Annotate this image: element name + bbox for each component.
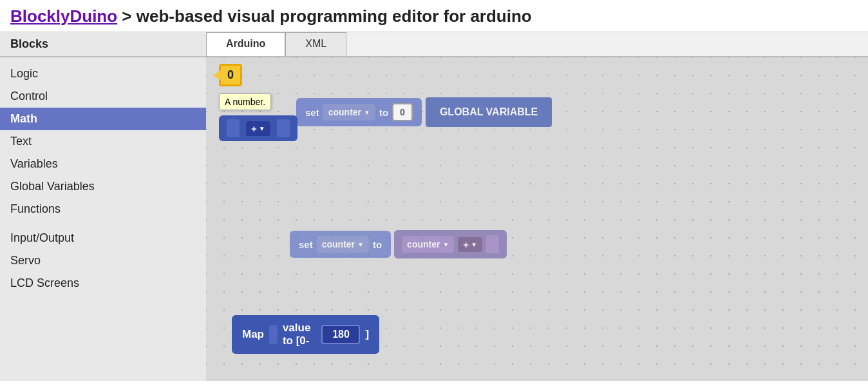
set-label-2: set <box>299 239 313 250</box>
counter-dropdown-1[interactable]: counter ▼ <box>323 104 375 121</box>
sidebar-section-label: Blocks <box>10 37 48 50</box>
math-dropdown-arrow: ▼ <box>259 125 265 132</box>
add-operator-arrow: ▼ <box>471 241 477 248</box>
sidebar-item-variables[interactable]: Variables <box>0 153 206 175</box>
sidebar-item-lcd-screens[interactable]: LCD Screens <box>0 272 206 295</box>
sidebar-item-servo[interactable]: Servo <box>0 249 206 272</box>
add-operator-btn[interactable]: + ▼ <box>458 237 482 252</box>
sidebar-item-text[interactable]: Text <box>0 130 206 153</box>
global-variable-label: GLOBAL VARIABLE <box>426 97 552 127</box>
canvas-area: 0 A number. set counter ▼ to 0 GLOBAL VA… <box>206 57 868 381</box>
counter-dropdown-2[interactable]: counter ▼ <box>317 236 369 253</box>
sidebar-item-global-variables[interactable]: Global Variables <box>0 175 206 198</box>
map-value-input[interactable] <box>321 325 360 344</box>
value-box-1[interactable]: 0 <box>392 103 413 121</box>
map-block[interactable]: Map value to [0- ] <box>232 315 379 354</box>
map-puzzle-connector <box>269 325 278 344</box>
counter-var-arrow: ▼ <box>442 241 449 248</box>
set-label-1: set <box>305 107 319 118</box>
tab-arduino[interactable]: Arduino <box>206 32 285 56</box>
map-label: Map <box>242 328 264 341</box>
math-left-connector <box>227 119 240 137</box>
map-close-bracket: ] <box>365 328 369 341</box>
math-op-block-wrapper: + ▼ <box>219 115 297 141</box>
number-tooltip: A number. <box>219 93 271 110</box>
to-label-2: to <box>373 239 382 250</box>
math-right-connector <box>277 119 290 137</box>
math-op-block[interactable]: + ▼ <box>219 115 297 141</box>
sidebar-item-functions[interactable]: Functions <box>0 198 206 220</box>
header-subtitle: > web-based visual programming editor fo… <box>117 6 532 26</box>
map-value-label: value to [0- <box>283 322 317 347</box>
number-block-wrapper: 0 A number. <box>219 64 242 86</box>
to-label-1: to <box>379 107 388 118</box>
set-block-1[interactable]: set counter ▼ to 0 <box>296 98 422 126</box>
sidebar: Logic Control Math Text Variables Global… <box>0 57 206 381</box>
header: BlocklyDuino > web-based visual programm… <box>0 0 868 32</box>
math-operator-dropdown[interactable]: + ▼ <box>246 121 270 136</box>
dropdown-arrow-1: ▼ <box>364 109 370 116</box>
counter-var-dropdown[interactable]: counter ▼ <box>402 236 454 253</box>
sidebar-item-input-output[interactable]: Input/Output <box>0 227 206 249</box>
dropdown-arrow-2: ▼ <box>357 241 364 248</box>
tab-xml[interactable]: XML <box>285 32 346 56</box>
set-counter-row2: set counter ▼ to counter ▼ + ▼ <box>290 230 507 258</box>
sidebar-item-math[interactable]: Math <box>0 108 206 130</box>
brand-link[interactable]: BlocklyDuino <box>10 6 117 26</box>
counter-add-block[interactable]: counter ▼ + ▼ <box>394 230 507 258</box>
number-value: 0 <box>227 68 234 82</box>
set-block-2[interactable]: set counter ▼ to <box>290 231 391 258</box>
add-right-connector <box>486 235 499 253</box>
number-block[interactable]: 0 <box>219 64 242 86</box>
sidebar-item-logic[interactable]: Logic <box>0 63 206 85</box>
set-counter-row1: set counter ▼ to 0 GLOBAL VARIABLE <box>296 97 552 127</box>
sidebar-item-control[interactable]: Control <box>0 85 206 108</box>
